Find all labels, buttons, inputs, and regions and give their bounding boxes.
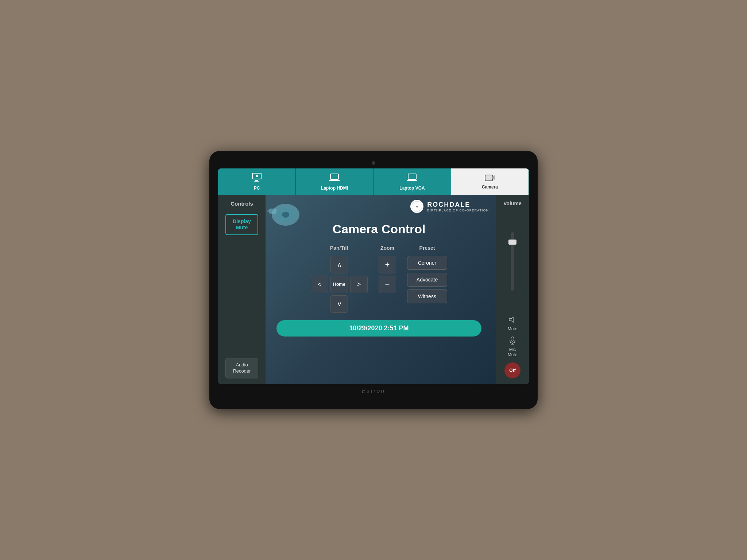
svg-point-11 bbox=[278, 208, 294, 221]
sidebar-title: Controls bbox=[231, 201, 253, 207]
volume-slider-container bbox=[511, 211, 514, 311]
rochdale-logo: ⚜ ROCHDALE BIRTHPLACE OF CO-OPERATION bbox=[410, 200, 489, 213]
volume-title: Volume bbox=[503, 201, 522, 206]
laptop-hdmi-icon bbox=[329, 172, 340, 184]
zoom-in-button[interactable]: + bbox=[379, 256, 396, 273]
preset-witness-button[interactable]: Witness bbox=[407, 289, 447, 303]
zoom-label: Zoom bbox=[380, 245, 394, 251]
svg-text:⚜: ⚜ bbox=[416, 205, 418, 209]
rochdale-crest-icon: ⚜ bbox=[410, 200, 423, 213]
tablet-device: PC Laptop HDMI Laptop VG bbox=[209, 151, 538, 409]
svg-rect-2 bbox=[254, 181, 259, 182]
rochdale-subtitle: BIRTHPLACE OF CO-OPERATION bbox=[427, 209, 489, 212]
preset-coroner-button[interactable]: Coroner bbox=[407, 256, 447, 270]
screen: PC Laptop HDMI Laptop VG bbox=[218, 168, 529, 384]
pan-tilt-home-button[interactable]: Home bbox=[330, 276, 348, 293]
rochdale-name: ROCHDALE bbox=[427, 201, 489, 209]
volume-slider-track[interactable] bbox=[511, 232, 514, 291]
svg-rect-14 bbox=[267, 210, 270, 212]
camera-control-title: Camera Control bbox=[273, 222, 485, 236]
control-grid: Pan/Tilt ∧ < Home > ∨ bbox=[273, 245, 485, 313]
tab-laptop-hdmi[interactable]: Laptop HDMI bbox=[296, 168, 374, 195]
svg-rect-1 bbox=[255, 180, 258, 181]
main-area: Controls DisplayMute AudioRecoder bbox=[218, 195, 529, 384]
tab-pc-label: PC bbox=[254, 186, 260, 191]
svg-rect-4 bbox=[330, 174, 338, 179]
pan-tilt-label: Pan/Tilt bbox=[330, 245, 348, 251]
mute-label: Mute bbox=[508, 326, 518, 331]
preset-label: Preset bbox=[419, 245, 435, 251]
tablet-brand-label: Extron bbox=[218, 384, 529, 394]
zoom-section: Zoom + − bbox=[379, 245, 396, 293]
mic-mute-button[interactable]: MicMute bbox=[508, 337, 518, 357]
camera-content-area: ⚜ ROCHDALE BIRTHPLACE OF CO-OPERATION Ca… bbox=[266, 195, 496, 384]
laptop-vga-icon bbox=[407, 172, 417, 184]
datetime-bar: 10/29/2020 2:51 PM bbox=[276, 320, 481, 337]
mic-mute-label: MicMute bbox=[508, 347, 518, 357]
pan-tilt-right-button[interactable]: > bbox=[350, 276, 368, 293]
pan-tilt-down-button[interactable]: ∨ bbox=[330, 295, 348, 313]
tab-laptop-hdmi-label: Laptop HDMI bbox=[321, 186, 348, 191]
tab-laptop-vga-label: Laptop VGA bbox=[399, 186, 425, 191]
audio-recoder-button[interactable]: AudioRecoder bbox=[225, 358, 258, 378]
tab-laptop-vga[interactable]: Laptop VGA bbox=[374, 168, 451, 195]
svg-point-3 bbox=[256, 175, 258, 177]
tab-camera[interactable]: Camera bbox=[451, 168, 529, 195]
svg-rect-18 bbox=[511, 337, 514, 341]
svg-marker-17 bbox=[509, 317, 513, 322]
left-sidebar: Controls DisplayMute AudioRecoder bbox=[218, 195, 266, 384]
speaker-icon bbox=[508, 316, 516, 325]
tab-camera-label: Camera bbox=[482, 184, 498, 190]
mute-button[interactable]: Mute bbox=[508, 316, 518, 331]
rochdale-text: ROCHDALE BIRTHPLACE OF CO-OPERATION bbox=[427, 201, 489, 212]
volume-sidebar: Volume Mute bbox=[496, 195, 529, 384]
pc-icon bbox=[252, 172, 262, 184]
pan-tilt-left-button[interactable]: < bbox=[311, 276, 328, 293]
pan-tilt-up-button[interactable]: ∧ bbox=[330, 256, 348, 273]
svg-point-12 bbox=[282, 212, 289, 218]
tab-pc[interactable]: PC bbox=[218, 168, 296, 195]
zoom-out-button[interactable]: − bbox=[379, 276, 396, 293]
preset-grid: Coroner Advocate Witness bbox=[407, 256, 447, 303]
camera-dot bbox=[372, 161, 375, 165]
svg-rect-6 bbox=[408, 174, 416, 179]
camera-tab-icon bbox=[485, 174, 495, 183]
volume-slider-thumb[interactable] bbox=[508, 240, 516, 245]
preset-advocate-button[interactable]: Advocate bbox=[407, 273, 447, 287]
display-mute-button[interactable]: DisplayMute bbox=[225, 214, 258, 235]
zoom-grid: + − bbox=[379, 256, 396, 293]
preset-section: Preset Coroner Advocate Witness bbox=[407, 245, 447, 303]
tab-bar: PC Laptop HDMI Laptop VG bbox=[218, 168, 529, 195]
tablet-camera-bar bbox=[218, 161, 529, 165]
pan-tilt-section: Pan/Tilt ∧ < Home > ∨ bbox=[311, 245, 368, 313]
pan-tilt-grid: ∧ < Home > ∨ bbox=[311, 256, 368, 313]
off-button[interactable]: Off bbox=[504, 362, 520, 378]
svg-rect-13 bbox=[269, 209, 276, 214]
svg-rect-8 bbox=[485, 175, 492, 181]
mic-icon bbox=[509, 337, 516, 346]
